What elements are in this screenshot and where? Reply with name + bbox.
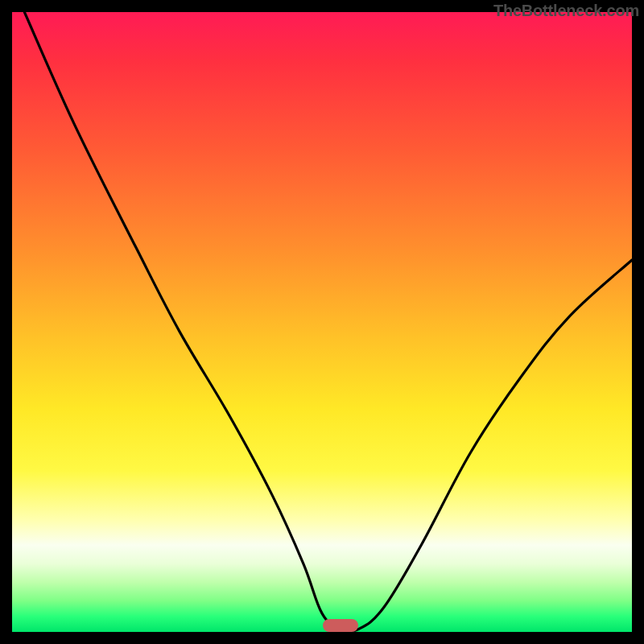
optimal-marker xyxy=(323,619,358,632)
plot-area xyxy=(12,12,632,632)
watermark-text: TheBottleneck.com xyxy=(493,2,639,20)
bottleneck-curve xyxy=(12,12,632,632)
chart-canvas: TheBottleneck.com xyxy=(0,0,644,644)
